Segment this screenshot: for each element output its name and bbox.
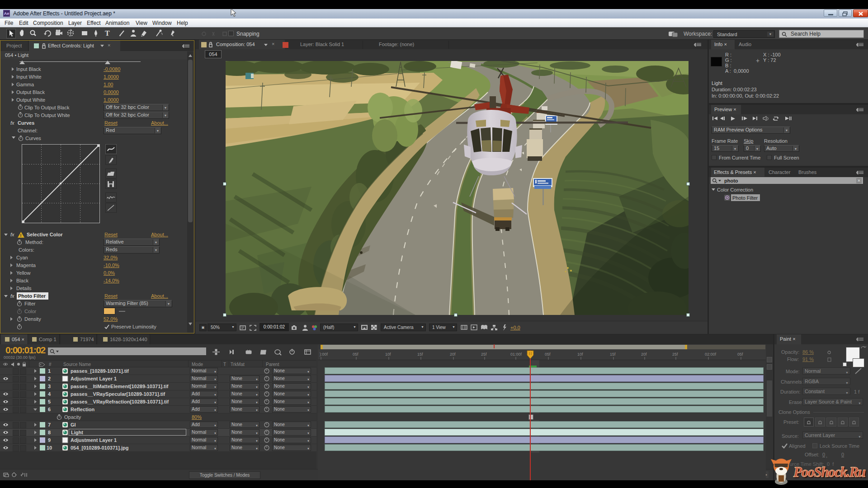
svg-text:!: !: [20, 233, 22, 238]
svg-text:T: T: [105, 29, 110, 37]
